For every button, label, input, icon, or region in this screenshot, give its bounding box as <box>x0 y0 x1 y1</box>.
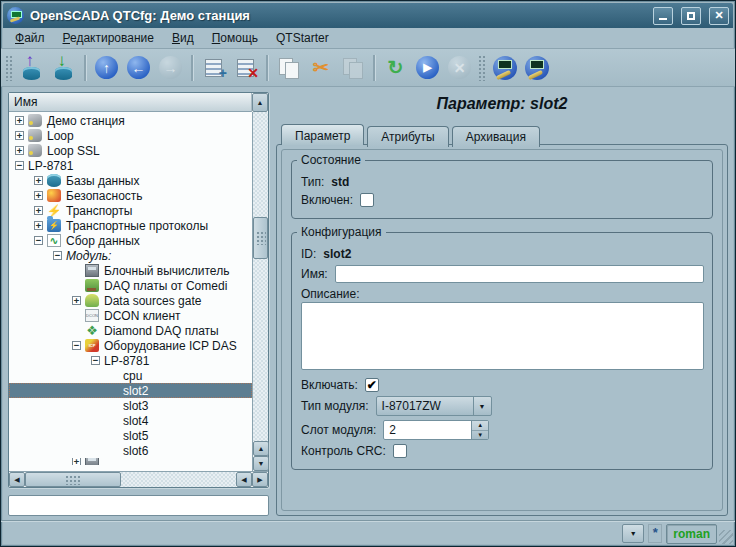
cut-item-button[interactable]: ✂ <box>305 53 336 83</box>
tree-item-slot2[interactable]: +slot2 <box>9 383 252 398</box>
tab-атрибуты[interactable]: Атрибуты <box>367 126 448 147</box>
scroll-right-button[interactable]: ▶ <box>252 472 268 487</box>
tree-item-slot5[interactable]: +slot5 <box>9 428 252 443</box>
expand-icon[interactable]: + <box>72 458 81 465</box>
collapse-icon[interactable]: − <box>34 236 43 245</box>
status-user-badge[interactable]: roman <box>666 524 717 544</box>
tab-параметр[interactable]: Параметр <box>281 124 364 145</box>
enable-checkbox[interactable]: ✔ <box>365 378 379 392</box>
tree-item-транспорты[interactable]: +Транспорты <box>9 203 252 218</box>
tree-item-безопасность[interactable]: +Безопасность <box>9 188 252 203</box>
toolbar-handle[interactable] <box>5 55 13 81</box>
tree-vertical-scrollbar[interactable]: ▲ ▼ <box>252 112 268 471</box>
expand-icon[interactable]: + <box>34 221 43 230</box>
spin-up-button[interactable]: ▲ <box>472 421 488 431</box>
enabled-checkbox[interactable] <box>360 193 374 207</box>
tree-item-daq-платы-от-comedi[interactable]: +DAQ платы от Comedi <box>9 278 252 293</box>
vertical-scrollbar-thumb[interactable] <box>253 217 268 259</box>
tree-item-diamond-daq-платы[interactable]: +Diamond DAQ платы <box>9 323 252 338</box>
expand-icon[interactable]: + <box>34 191 43 200</box>
tree-item-демо-станция[interactable]: +Демо станция <box>9 113 252 128</box>
tree-item-label: LP-8781 <box>104 354 149 368</box>
menu-qtstarter[interactable]: QTStarter <box>268 29 337 47</box>
tree-item-partial[interactable]: + <box>9 458 252 465</box>
expand-icon[interactable]: + <box>34 206 43 215</box>
refresh-button[interactable]: ↻ <box>380 53 411 83</box>
tree-item-блочный-вычислитель[interactable]: +Блочный вычислитель <box>9 263 252 278</box>
tree-item-label: Транспорты <box>66 204 132 218</box>
tab-архивация[interactable]: Архивация <box>452 126 540 147</box>
name-input[interactable] <box>335 265 704 283</box>
minimize-icon <box>659 18 667 20</box>
tree-item-label: slot6 <box>123 444 148 458</box>
descr-textarea[interactable] <box>301 302 704 370</box>
expand-icon[interactable]: + <box>15 146 24 155</box>
expand-icon[interactable]: + <box>72 296 81 305</box>
maximize-button[interactable] <box>681 7 701 25</box>
toolbar-separator <box>373 55 375 81</box>
menu-редактирование[interactable]: Редактирование <box>55 29 162 47</box>
save-to-db-button[interactable] <box>48 53 79 83</box>
spin-down-button[interactable]: ▼ <box>472 431 488 440</box>
scroll-up-button[interactable]: ▲ <box>253 441 269 456</box>
qtstarter-edit-button[interactable] <box>521 53 552 83</box>
crc-checkbox[interactable] <box>393 444 407 458</box>
resize-grip[interactable] <box>719 530 733 544</box>
tree-item-транспортные-протоколы[interactable]: +Транспортные протоколы <box>9 218 252 233</box>
menu-вид[interactable]: Вид <box>164 29 202 47</box>
go-up-button[interactable]: ↑ <box>91 53 122 83</box>
start-button[interactable]: ▶ <box>412 53 443 83</box>
expand-icon[interactable]: + <box>15 116 24 125</box>
menu-файл[interactable]: Файл <box>7 29 53 47</box>
module-type-select[interactable]: I-87017ZW ▼ <box>376 396 492 416</box>
horizontal-scrollbar-thumb[interactable] <box>25 472 121 487</box>
tree-item-модуль-[interactable]: −Модуль: <box>9 248 252 263</box>
tree-filter-input[interactable] <box>8 495 269 516</box>
qtstarter-config-button[interactable] <box>489 53 520 83</box>
tree-item-оборудование-icp-das[interactable]: −Оборудование ICP DAS <box>9 338 252 353</box>
scroll-left-button-2[interactable]: ◀ <box>236 472 252 487</box>
slot-spinbox[interactable]: 2 ▲ ▼ <box>383 420 489 440</box>
scroll-down-button[interactable]: ▼ <box>253 456 269 471</box>
go-back-button[interactable]: ← <box>123 53 154 83</box>
vertical-scrollbar-track[interactable] <box>253 112 268 441</box>
status-star-button[interactable]: * <box>648 524 662 543</box>
qtstarter-edit-icon <box>525 56 549 80</box>
tree-column-header[interactable]: Имя <box>9 93 252 112</box>
tree-item-dcon-клиент[interactable]: +DCON клиент <box>9 308 252 323</box>
scroll-left-button[interactable]: ◀ <box>9 472 25 487</box>
toolbar-handle[interactable] <box>478 55 486 81</box>
add-item-button[interactable] <box>198 53 229 83</box>
expand-icon[interactable]: + <box>15 131 24 140</box>
expand-icon[interactable]: + <box>34 176 43 185</box>
status-dropdown-button[interactable]: ▼ <box>622 524 644 543</box>
menu-помощь[interactable]: Помощь <box>204 29 266 47</box>
collapse-icon[interactable]: − <box>15 161 24 170</box>
load-from-db-button[interactable] <box>16 53 47 83</box>
tree-item-slot4[interactable]: +slot4 <box>9 413 252 428</box>
tree-scroll-up-button[interactable]: ▲ <box>252 93 268 112</box>
horizontal-scrollbar-track[interactable] <box>25 472 236 487</box>
tree-item-сбор-данных[interactable]: −Сбор данных <box>9 233 252 248</box>
tree-horizontal-scrollbar[interactable]: ◀ ◀ ▶ <box>9 471 268 487</box>
add-item-icon <box>205 59 222 77</box>
tree-item-loop-ssl[interactable]: +Loop SSL <box>9 143 252 158</box>
tree-item-data-sources-gate[interactable]: +Data sources gate <box>9 293 252 308</box>
delete-item-button[interactable] <box>230 53 261 83</box>
tree-item-базы-данных[interactable]: +Базы данных <box>9 173 252 188</box>
collapse-icon[interactable]: − <box>91 356 100 365</box>
collapse-icon[interactable]: − <box>53 251 62 260</box>
minimize-button[interactable] <box>653 7 673 25</box>
tree-item-lp-8781[interactable]: −LP-8781 <box>9 353 252 368</box>
chevron-down-icon[interactable]: ▼ <box>473 397 491 415</box>
close-button[interactable]: ✕ <box>709 7 729 25</box>
tree-item-cpu[interactable]: +cpu <box>9 368 252 383</box>
collapse-icon[interactable]: − <box>72 341 81 350</box>
tree-item-label: slot2 <box>123 384 148 398</box>
copy-item-button[interactable] <box>273 53 304 83</box>
tree-item-slot6[interactable]: +slot6 <box>9 443 252 458</box>
title-bar[interactable]: OpenSCADA QTCfg: Демо станция ✕ <box>3 3 733 28</box>
tree-item-lp-8781[interactable]: −LP-8781 <box>9 158 252 173</box>
tree-item-loop[interactable]: +Loop <box>9 128 252 143</box>
tree-item-slot3[interactable]: +slot3 <box>9 398 252 413</box>
